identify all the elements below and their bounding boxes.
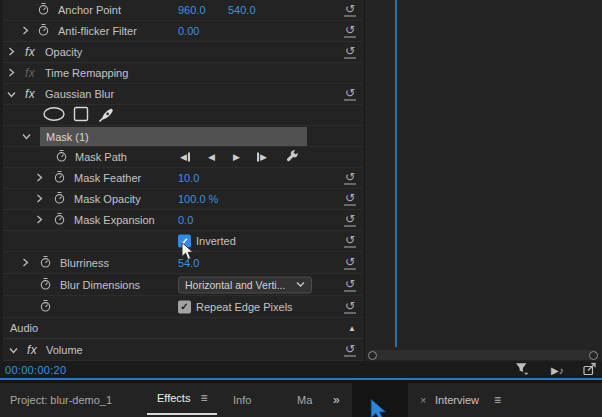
recording-highlight-cursor <box>368 398 388 417</box>
panel-menu-icon[interactable]: ≡ <box>494 393 501 407</box>
mask-name[interactable]: Mask (1) <box>46 131 89 143</box>
reset-button[interactable]: ↺ <box>344 193 356 206</box>
param-label: Mask Path <box>75 151 127 163</box>
track-mask-backward-button[interactable]: ◀ <box>208 153 215 162</box>
row-mask-header: Mask (1) <box>0 126 363 147</box>
dropdown-selected-value: Horizontal and Verti... <box>185 279 296 291</box>
stopwatch-icon[interactable] <box>54 213 65 228</box>
bottom-tab-bar: Project: blur-demo_1 Effects ≡ Info Ma »… <box>0 380 602 417</box>
mask-expansion-value[interactable]: 0.0 <box>178 214 193 226</box>
export-frame-icon[interactable] <box>583 362 596 377</box>
timeline-zoom-scrollbar[interactable] <box>368 350 598 360</box>
repeat-edge-pixels-checkbox[interactable]: ✓ <box>178 300 191 313</box>
chevron-right-icon[interactable] <box>36 193 43 205</box>
close-tab-icon[interactable]: × <box>420 394 426 406</box>
checkmark-icon: ✓ <box>180 302 188 312</box>
tab-markers-truncated[interactable]: Ma <box>297 394 312 406</box>
reset-button[interactable]: ↺ <box>344 256 356 269</box>
param-label: Blurriness <box>60 257 109 269</box>
param-label: Repeat Edge Pixels <box>196 301 293 313</box>
mask-selected-highlight[interactable]: Mask (1) <box>40 127 307 146</box>
chevron-right-icon[interactable] <box>36 214 43 226</box>
stopwatch-icon[interactable] <box>54 171 65 186</box>
stopwatch-icon[interactable] <box>40 277 51 292</box>
row-opacity: fx Opacity ↺ <box>0 42 363 63</box>
stopwatch-icon[interactable] <box>38 3 49 18</box>
chevron-right-icon[interactable] <box>8 67 15 79</box>
row-time-remapping: fx Time Remapping <box>0 63 363 84</box>
row-mask-expansion: Mask Expansion 0.0 ↺ <box>0 210 363 231</box>
row-audio-section: Audio ▲ <box>0 318 363 339</box>
fx-badge-icon: fx <box>25 45 35 59</box>
anti-flicker-value[interactable]: 0.00 <box>178 25 199 37</box>
row-blur-dimensions: Blur Dimensions Horizontal and Verti... … <box>0 274 363 296</box>
stopwatch-icon[interactable] <box>40 299 51 314</box>
panel-footer-bar: 00:00:00:20 ▶♪ <box>0 361 602 378</box>
track-mask-forward-button[interactable]: ▶ <box>233 153 240 162</box>
row-volume: fx Volume ↺ <box>0 339 363 361</box>
stopwatch-icon[interactable] <box>38 24 49 39</box>
reset-button[interactable]: ↺ <box>344 172 356 185</box>
chevron-right-icon[interactable] <box>8 46 15 58</box>
blur-dimensions-dropdown[interactable]: Horizontal and Verti... <box>178 276 312 293</box>
row-mask-feather: Mask Feather 10.0 ↺ <box>0 168 363 189</box>
play-audio-icon[interactable]: ▶♪ <box>551 364 564 375</box>
reset-button[interactable]: ↺ <box>344 300 356 313</box>
stopwatch-icon[interactable] <box>40 255 51 270</box>
playhead-line[interactable] <box>395 0 397 347</box>
reset-button[interactable]: ↺ <box>344 25 356 38</box>
rectangle-mask-tool-icon[interactable] <box>73 106 89 124</box>
chevron-right-icon[interactable] <box>22 25 29 37</box>
reset-button[interactable]: ↺ <box>344 278 356 291</box>
param-label: Anti-flicker Filter <box>58 25 137 37</box>
stopwatch-icon[interactable] <box>56 150 67 165</box>
chevron-down-icon <box>296 282 305 288</box>
scrollbar-left-handle[interactable] <box>368 351 377 360</box>
panel-left-edge <box>0 0 3 361</box>
stopwatch-icon[interactable] <box>54 192 65 207</box>
row-repeat-edge-pixels: ✓ Repeat Edge Pixels ↺ <box>0 296 363 318</box>
row-mask-opacity: Mask Opacity 100.0 % ↺ <box>0 189 363 210</box>
mask-feather-value[interactable]: 10.0 <box>178 172 199 184</box>
left-tab-group: Project: blur-demo_1 Effects ≡ Info Ma » <box>0 383 352 417</box>
fx-badge-icon: fx <box>25 87 35 101</box>
tab-overflow-chevrons[interactable]: » <box>333 393 340 407</box>
filter-properties-icon[interactable] <box>515 362 529 377</box>
row-anti-flicker: Anti-flicker Filter 0.00 ↺ <box>0 21 363 42</box>
chevron-down-icon[interactable] <box>22 130 31 142</box>
chevron-down-icon[interactable] <box>7 88 16 100</box>
reset-button[interactable]: ↺ <box>344 214 356 227</box>
tab-effects[interactable]: Effects ≡ <box>147 383 217 415</box>
section-label: Audio <box>10 322 38 334</box>
chevron-right-icon[interactable] <box>36 172 43 184</box>
current-timecode[interactable]: 00:00:00:20 <box>5 364 66 376</box>
track-mask-forward-one-frame-button[interactable]: ▶ <box>257 153 267 162</box>
track-mask-backward-one-frame-button[interactable]: ◀ <box>180 153 190 162</box>
anchor-y-value[interactable]: 540.0 <box>228 4 256 16</box>
anchor-x-value[interactable]: 960.0 <box>178 4 206 16</box>
reset-button[interactable]: ↺ <box>344 46 356 59</box>
row-gaussian-blur: fx Gaussian Blur ↺ <box>0 84 363 105</box>
reset-button[interactable]: ↺ <box>344 4 356 17</box>
param-label: Inverted <box>196 235 236 247</box>
fx-badge-icon: fx <box>27 343 37 357</box>
tab-project[interactable]: Project: blur-demo_1 <box>10 394 112 406</box>
reset-button[interactable]: ↺ <box>344 88 356 101</box>
pen-mask-tool-icon[interactable] <box>98 106 116 125</box>
mouse-cursor <box>181 242 194 263</box>
chevron-down-icon[interactable] <box>9 344 18 356</box>
reset-button[interactable]: ↺ <box>344 343 356 356</box>
chevron-right-icon[interactable] <box>22 257 29 269</box>
reset-button[interactable]: ↺ <box>344 235 356 248</box>
param-label: Blur Dimensions <box>60 279 140 291</box>
tab-effects-label: Effects <box>157 392 190 404</box>
scrollbar-right-handle[interactable] <box>589 351 598 360</box>
panel-menu-icon[interactable]: ≡ <box>200 391 207 405</box>
mask-opacity-value[interactable]: 100.0 % <box>178 193 218 205</box>
tab-info[interactable]: Info <box>233 394 251 406</box>
ellipse-mask-tool-icon[interactable] <box>42 106 66 124</box>
row-mask-tools <box>0 105 363 126</box>
tab-interview[interactable]: Interview <box>435 394 479 406</box>
collapse-section-icon[interactable]: ▲ <box>348 324 356 333</box>
tracking-method-wrench-icon[interactable] <box>285 149 299 165</box>
